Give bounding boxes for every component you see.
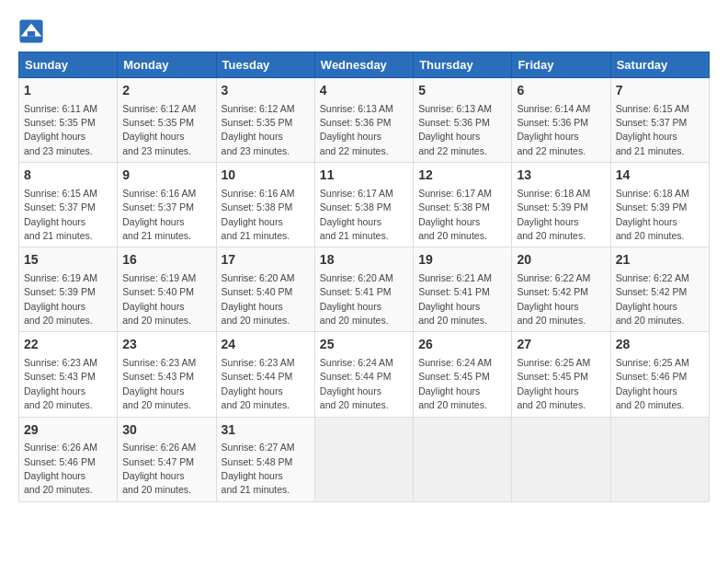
calendar-cell: 26Sunrise: 6:24 AMSunset: 5:45 PMDayligh… (414, 332, 512, 417)
day-number: 30 (122, 421, 210, 440)
daylight-info: Daylight hoursand 20 minutes. (122, 385, 191, 410)
calendar-cell: 17Sunrise: 6:20 AMSunset: 5:40 PMDayligh… (216, 247, 314, 332)
day-number: 16 (122, 251, 210, 270)
daylight-info: Daylight hoursand 20 minutes. (616, 385, 685, 410)
daylight-info: Daylight hoursand 20 minutes. (418, 216, 487, 241)
day-number: 28 (616, 336, 704, 354)
sunset-info: Sunset: 5:41 PM (320, 286, 392, 297)
daylight-info: Daylight hoursand 21 minutes. (320, 216, 389, 241)
day-number: 5 (418, 82, 506, 100)
sunset-info: Sunset: 5:48 PM (222, 456, 293, 467)
day-number: 10 (222, 167, 310, 185)
daylight-info: Daylight hoursand 20 minutes. (222, 301, 290, 326)
sunrise-info: Sunrise: 6:15 AM (24, 188, 97, 199)
day-number: 7 (616, 82, 704, 100)
calendar-cell: 28Sunrise: 6:25 AMSunset: 5:46 PMDayligh… (610, 332, 709, 417)
sunrise-info: Sunrise: 6:25 AM (517, 357, 590, 368)
calendar-cell (512, 417, 610, 501)
sunset-info: Sunset: 5:35 PM (24, 117, 96, 128)
daylight-info: Daylight hoursand 22 minutes. (320, 131, 389, 155)
sunset-info: Sunset: 5:43 PM (122, 371, 194, 382)
daylight-info: Daylight hoursand 23 minutes. (24, 131, 93, 155)
sunrise-info: Sunrise: 6:24 AM (418, 357, 492, 368)
calendar-cell: 18Sunrise: 6:20 AMSunset: 5:41 PMDayligh… (314, 247, 413, 332)
daylight-info: Daylight hoursand 20 minutes. (517, 385, 586, 410)
sunrise-info: Sunrise: 6:17 AM (320, 188, 393, 199)
day-number: 14 (616, 167, 704, 185)
calendar-cell: 11Sunrise: 6:17 AMSunset: 5:38 PMDayligh… (314, 163, 413, 247)
sunrise-info: Sunrise: 6:16 AM (122, 188, 196, 199)
calendar-week-4: 22Sunrise: 6:23 AMSunset: 5:43 PMDayligh… (19, 332, 710, 417)
sunset-info: Sunset: 5:42 PM (616, 286, 688, 297)
calendar-cell: 10Sunrise: 6:16 AMSunset: 5:38 PMDayligh… (216, 163, 314, 247)
daylight-info: Daylight hoursand 22 minutes. (418, 131, 487, 155)
calendar-cell: 4Sunrise: 6:13 AMSunset: 5:36 PMDaylight… (314, 78, 413, 163)
sunrise-info: Sunrise: 6:13 AM (418, 103, 492, 114)
calendar-cell (610, 417, 709, 501)
day-number: 15 (24, 251, 112, 270)
sunrise-info: Sunrise: 6:19 AM (24, 272, 97, 283)
calendar-cell: 15Sunrise: 6:19 AMSunset: 5:39 PMDayligh… (19, 247, 118, 332)
daylight-info: Daylight hoursand 20 minutes. (517, 216, 586, 241)
calendar-week-1: 1Sunrise: 6:11 AMSunset: 5:35 PMDaylight… (19, 78, 710, 163)
daylight-info: Daylight hoursand 20 minutes. (320, 301, 389, 326)
calendar-cell: 14Sunrise: 6:18 AMSunset: 5:39 PMDayligh… (610, 163, 709, 247)
day-number: 24 (222, 336, 310, 354)
sunrise-info: Sunrise: 6:23 AM (24, 357, 97, 368)
page-header (18, 18, 710, 44)
day-number: 23 (122, 336, 210, 354)
sunset-info: Sunset: 5:37 PM (122, 201, 194, 213)
day-number: 1 (24, 82, 112, 100)
sunset-info: Sunset: 5:44 PM (222, 371, 293, 382)
sunrise-info: Sunrise: 6:11 AM (24, 103, 97, 114)
daylight-info: Daylight hoursand 21 minutes. (24, 216, 93, 241)
calendar-cell (314, 417, 413, 501)
sunset-info: Sunset: 5:36 PM (320, 117, 392, 128)
col-header-saturday: Saturday (610, 52, 709, 78)
day-number: 19 (418, 251, 506, 270)
calendar-cell: 6Sunrise: 6:14 AMSunset: 5:36 PMDaylight… (512, 78, 610, 163)
sunrise-info: Sunrise: 6:12 AM (122, 103, 196, 114)
calendar-cell: 21Sunrise: 6:22 AMSunset: 5:42 PMDayligh… (610, 247, 709, 332)
sunset-info: Sunset: 5:43 PM (24, 371, 96, 382)
calendar-cell: 12Sunrise: 6:17 AMSunset: 5:38 PMDayligh… (414, 163, 512, 247)
sunset-info: Sunset: 5:37 PM (616, 117, 688, 128)
sunrise-info: Sunrise: 6:12 AM (222, 103, 295, 114)
sunset-info: Sunset: 5:35 PM (122, 117, 194, 128)
sunrise-info: Sunrise: 6:21 AM (418, 272, 492, 283)
sunrise-info: Sunrise: 6:20 AM (222, 272, 295, 283)
daylight-info: Daylight hoursand 20 minutes. (122, 470, 191, 495)
calendar-cell: 30Sunrise: 6:26 AMSunset: 5:47 PMDayligh… (118, 417, 216, 501)
sunset-info: Sunset: 5:46 PM (616, 371, 688, 382)
day-number: 29 (24, 421, 112, 440)
sunset-info: Sunset: 5:35 PM (222, 117, 293, 128)
daylight-info: Daylight hoursand 23 minutes. (222, 131, 290, 155)
calendar-cell: 2Sunrise: 6:12 AMSunset: 5:35 PMDaylight… (118, 78, 216, 163)
calendar-cell: 5Sunrise: 6:13 AMSunset: 5:36 PMDaylight… (414, 78, 512, 163)
daylight-info: Daylight hoursand 20 minutes. (616, 216, 685, 241)
sunrise-info: Sunrise: 6:15 AM (616, 103, 689, 114)
sunrise-info: Sunrise: 6:24 AM (320, 357, 393, 368)
calendar-cell: 23Sunrise: 6:23 AMSunset: 5:43 PMDayligh… (118, 332, 216, 417)
day-number: 12 (418, 167, 506, 185)
day-number: 21 (616, 251, 704, 270)
calendar-cell: 13Sunrise: 6:18 AMSunset: 5:39 PMDayligh… (512, 163, 610, 247)
sunset-info: Sunset: 5:38 PM (418, 201, 490, 213)
calendar-week-5: 29Sunrise: 6:26 AMSunset: 5:46 PMDayligh… (19, 417, 710, 501)
day-number: 4 (320, 82, 408, 100)
calendar-cell: 8Sunrise: 6:15 AMSunset: 5:37 PMDaylight… (19, 163, 118, 247)
sunrise-info: Sunrise: 6:23 AM (222, 357, 295, 368)
daylight-info: Daylight hoursand 23 minutes. (122, 131, 191, 155)
col-header-friday: Friday (512, 52, 610, 78)
daylight-info: Daylight hoursand 20 minutes. (24, 301, 93, 326)
sunrise-info: Sunrise: 6:13 AM (320, 103, 393, 114)
daylight-info: Daylight hoursand 20 minutes. (222, 385, 290, 410)
sunrise-info: Sunrise: 6:16 AM (222, 188, 295, 199)
col-header-sunday: Sunday (19, 52, 118, 78)
sunset-info: Sunset: 5:36 PM (517, 117, 588, 128)
day-number: 11 (320, 167, 408, 185)
calendar-cell: 3Sunrise: 6:12 AMSunset: 5:35 PMDaylight… (216, 78, 314, 163)
sunset-info: Sunset: 5:41 PM (418, 286, 490, 297)
sunset-info: Sunset: 5:42 PM (517, 286, 588, 297)
daylight-info: Daylight hoursand 21 minutes. (222, 470, 290, 495)
